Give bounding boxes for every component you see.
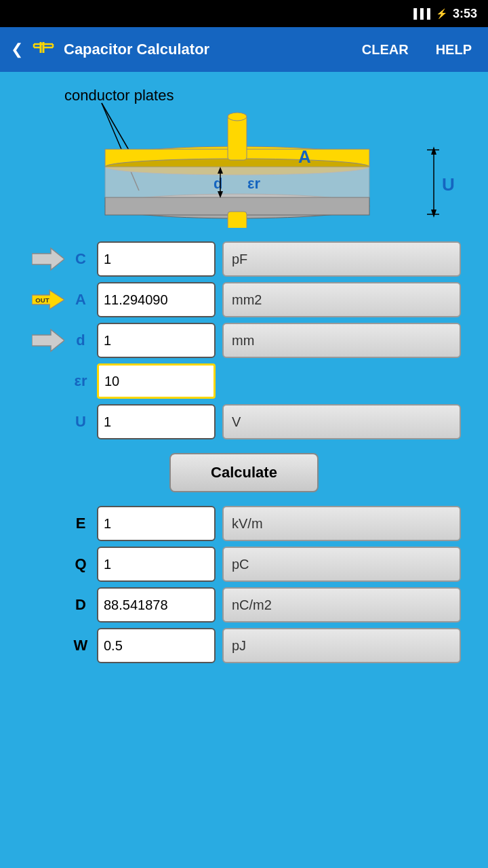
a-field-icon: OUT <box>27 288 64 312</box>
app-title: Capacitor Calculator <box>64 41 209 58</box>
d-unit: mm <box>222 323 461 358</box>
c-field-row: C pF <box>27 241 461 277</box>
clear-button[interactable]: CLEAR <box>357 39 414 60</box>
d-result-input[interactable] <box>97 587 216 623</box>
svg-text:A: A <box>298 146 311 167</box>
help-button[interactable]: HELP <box>430 39 477 60</box>
svg-text:U: U <box>442 174 455 195</box>
q-unit: pC <box>222 547 461 582</box>
w-input[interactable] <box>97 628 216 663</box>
svg-text:d: d <box>214 175 222 192</box>
d-input[interactable] <box>97 323 216 358</box>
a-unit: mm2 <box>222 282 461 317</box>
svg-point-16 <box>228 113 247 121</box>
d-field-row: d mm <box>27 323 461 358</box>
capacitor-icon <box>31 39 56 60</box>
u-input[interactable] <box>97 404 216 439</box>
battery-icon: ⚡ <box>436 8 447 19</box>
svg-marker-28 <box>431 210 436 218</box>
w-label: W <box>71 637 90 654</box>
diagram-area: conductor plates A d <box>0 72 488 235</box>
d-result-field-row: D nC/m2 <box>27 587 461 623</box>
svg-text:εr: εr <box>247 175 260 192</box>
app-bar-left: ❮ Capacitor Calculator <box>11 39 357 60</box>
u-label: U <box>71 413 90 431</box>
q-input[interactable] <box>97 547 216 582</box>
d-label: d <box>71 332 90 349</box>
q-field-row: Q pC <box>27 547 461 582</box>
c-unit: pF <box>222 241 461 277</box>
w-unit: pJ <box>222 628 461 663</box>
er-input[interactable] <box>97 363 216 399</box>
back-icon[interactable]: ❮ <box>11 41 23 58</box>
svg-marker-27 <box>431 146 436 155</box>
w-field-row: W pJ <box>27 628 461 663</box>
svg-text:OUT: OUT <box>35 296 49 304</box>
a-label: A <box>71 291 90 309</box>
a-field-row: OUT A mm2 <box>27 282 461 317</box>
e-label: E <box>71 515 90 532</box>
u-unit: V <box>222 404 461 439</box>
er-field-row: εr <box>27 363 461 399</box>
c-label: C <box>71 250 90 268</box>
app-bar-actions: CLEAR HELP <box>357 39 477 60</box>
er-label: εr <box>71 372 90 390</box>
c-field-icon <box>27 247 64 271</box>
capacitor-diagram: conductor plates A d <box>14 79 474 228</box>
d-result-label: D <box>71 596 90 614</box>
signal-icon: ▐▐▐ <box>410 8 430 19</box>
u-field-row: U V <box>27 404 461 439</box>
e-input[interactable] <box>97 506 216 541</box>
e-field-row: E kV/m <box>27 506 461 541</box>
svg-rect-14 <box>105 167 369 197</box>
svg-marker-34 <box>32 330 64 351</box>
conductor-plates-label: conductor plates <box>64 87 174 104</box>
app-bar: ❮ Capacitor Calculator CLEAR HELP <box>0 27 488 72</box>
svg-rect-17 <box>228 212 247 228</box>
d-field-icon <box>27 328 64 353</box>
calculate-button[interactable]: Calculate <box>169 453 319 492</box>
c-input[interactable] <box>97 241 216 277</box>
d-result-unit: nC/m2 <box>222 587 461 623</box>
svg-marker-31 <box>32 248 64 270</box>
status-bar: ▐▐▐ ⚡ 3:53 <box>0 0 488 27</box>
calc-form: C pF OUT A mm2 d mm εr <box>0 235 488 677</box>
q-label: Q <box>71 555 90 573</box>
a-input[interactable] <box>97 282 216 317</box>
status-time: 3:53 <box>453 7 477 21</box>
svg-line-7 <box>102 103 129 150</box>
e-unit: kV/m <box>222 506 461 541</box>
